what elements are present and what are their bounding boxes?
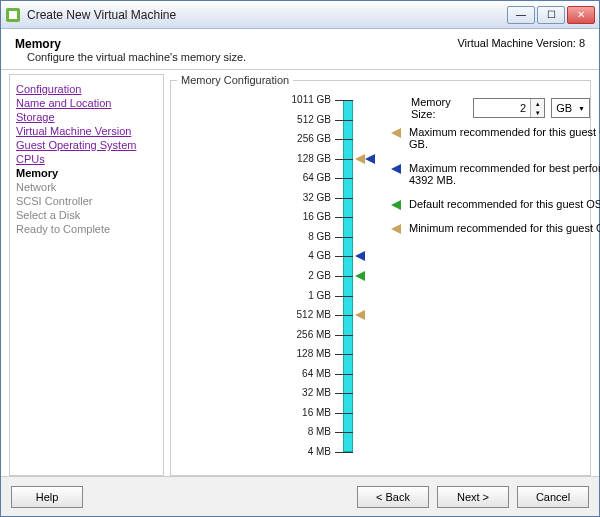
ruler-tick	[335, 393, 353, 394]
next-button[interactable]: Next >	[437, 486, 509, 508]
page-title: Memory	[15, 37, 246, 51]
wizard-window: Create New Virtual Machine — ☐ ✕ Memory …	[0, 0, 600, 517]
sidebar-step-link[interactable]: Name and Location	[16, 97, 157, 109]
ruler-tick	[335, 432, 353, 433]
ruler-tick	[335, 276, 353, 277]
cancel-button[interactable]: Cancel	[517, 486, 589, 508]
memory-ruler[interactable]: 1011 GB512 GB256 GB128 GB64 GB32 GB16 GB…	[181, 92, 381, 462]
ruler-tick-label: 16 MB	[271, 407, 331, 418]
memory-unit-dropdown[interactable]: GB ▼	[551, 98, 590, 118]
ruler-tick-label: 128 MB	[271, 348, 331, 359]
ruler-tick-label: 16 GB	[271, 211, 331, 222]
page-subtitle: Configure the virtual machine's memory s…	[27, 51, 246, 63]
sidebar-step-future: Select a Disk	[16, 209, 157, 221]
ruler-tick-label: 256 MB	[271, 329, 331, 340]
ruler-tick	[335, 120, 353, 121]
sidebar-step-link[interactable]: Guest Operating System	[16, 139, 157, 151]
ruler-tick	[335, 159, 353, 160]
ruler-tick-label: 1011 GB	[271, 94, 331, 105]
svg-marker-8	[355, 251, 365, 261]
page-header: Memory Configure the virtual machine's m…	[1, 29, 599, 70]
sidebar-step-future: SCSI Controller	[16, 195, 157, 207]
triangle-icon	[391, 128, 401, 138]
ruler-tick-label: 32 GB	[271, 192, 331, 203]
ruler-marker-current	[355, 251, 367, 263]
sidebar-step-future: Network	[16, 181, 157, 193]
app-icon	[5, 7, 21, 23]
legend-default: Default recommended for this guest OS: 2…	[391, 198, 600, 210]
ruler-tick-label: 1 GB	[271, 290, 331, 301]
ruler-tick	[335, 374, 353, 375]
svg-marker-4	[391, 200, 401, 210]
legend-text: Minimum recommended for this guest OS: 5…	[409, 222, 600, 234]
ruler-tick	[335, 237, 353, 238]
ruler-tick	[335, 139, 353, 140]
ruler-tick	[335, 354, 353, 355]
triangle-icon	[391, 224, 401, 234]
ruler-tick	[335, 217, 353, 218]
ruler-tick	[335, 452, 353, 453]
group-legend: Memory Configuration	[177, 74, 293, 86]
ruler-tick-label: 64 MB	[271, 368, 331, 379]
ruler-tick-label: 128 GB	[271, 153, 331, 164]
svg-marker-7	[365, 154, 375, 164]
sidebar-step-link[interactable]: CPUs	[16, 153, 157, 165]
ruler-tick-label: 8 GB	[271, 231, 331, 242]
ruler-tick	[335, 198, 353, 199]
ruler-tick-label: 512 MB	[271, 309, 331, 320]
sidebar-step-current: Memory	[16, 167, 157, 179]
ruler-marker-default	[355, 271, 367, 283]
close-button[interactable]: ✕	[567, 6, 595, 24]
sidebar-step-link[interactable]: Virtual Machine Version	[16, 125, 157, 137]
minimize-button[interactable]: —	[507, 6, 535, 24]
back-button[interactable]: < Back	[357, 486, 429, 508]
ruler-tick-label: 4 MB	[271, 446, 331, 457]
help-button[interactable]: Help	[11, 486, 83, 508]
spinner-up-button[interactable]: ▲	[531, 99, 544, 108]
triangle-icon	[391, 200, 401, 210]
ruler-marker-minimum	[355, 310, 367, 322]
window-title: Create New Virtual Machine	[27, 8, 507, 22]
ruler-tick-label: 4 GB	[271, 250, 331, 261]
ruler-tick	[335, 256, 353, 257]
svg-marker-3	[391, 164, 401, 174]
ruler-tick	[335, 296, 353, 297]
legend-max-perf: Maximum recommended for best performance…	[391, 162, 600, 186]
memory-size-spinner[interactable]: ▲ ▼	[473, 98, 545, 118]
ruler-tick-label: 32 MB	[271, 387, 331, 398]
legend-text: Default recommended for this guest OS: 2…	[409, 198, 600, 210]
ruler-tick-label: 2 GB	[271, 270, 331, 281]
sidebar-step-future: Ready to Complete	[16, 223, 157, 235]
wizard-steps-sidebar: ConfigurationName and LocationStorageVir…	[9, 74, 164, 476]
ruler-tick-label: 64 GB	[271, 172, 331, 183]
memory-size-label: Memory Size:	[411, 96, 467, 120]
ruler-tick-label: 256 GB	[271, 133, 331, 144]
triangle-icon	[391, 164, 401, 174]
ruler-tick	[335, 335, 353, 336]
legend-text: Maximum recommended for best performance…	[409, 162, 600, 186]
ruler-tick-label: 8 MB	[271, 426, 331, 437]
ruler-tick-label: 512 GB	[271, 114, 331, 125]
legend-max-os: Maximum recommended for this guest OS: 1…	[391, 126, 600, 150]
titlebar[interactable]: Create New Virtual Machine — ☐ ✕	[1, 1, 599, 29]
svg-rect-1	[9, 11, 17, 19]
svg-marker-2	[391, 128, 401, 138]
sidebar-step-link[interactable]: Configuration	[16, 83, 157, 95]
wizard-footer: Help < Back Next > Cancel	[1, 476, 599, 516]
legend-text: Maximum recommended for this guest OS: 1…	[409, 126, 600, 150]
memory-configuration-group: Memory Configuration Memory Size: ▲ ▼ GB…	[170, 74, 591, 476]
chevron-down-icon: ▼	[578, 105, 585, 112]
sidebar-step-link[interactable]: Storage	[16, 111, 157, 123]
ruler-tick	[335, 315, 353, 316]
svg-marker-10	[355, 310, 365, 320]
svg-marker-6	[355, 154, 365, 164]
spinner-down-button[interactable]: ▼	[531, 108, 544, 117]
memory-size-input[interactable]	[474, 99, 530, 117]
svg-marker-5	[391, 224, 401, 234]
ruler-marker-max-perf	[365, 154, 377, 166]
svg-marker-9	[355, 271, 365, 281]
maximize-button[interactable]: ☐	[537, 6, 565, 24]
memory-unit-value: GB	[556, 102, 572, 114]
ruler-tick	[335, 100, 353, 101]
ruler-tick	[335, 178, 353, 179]
